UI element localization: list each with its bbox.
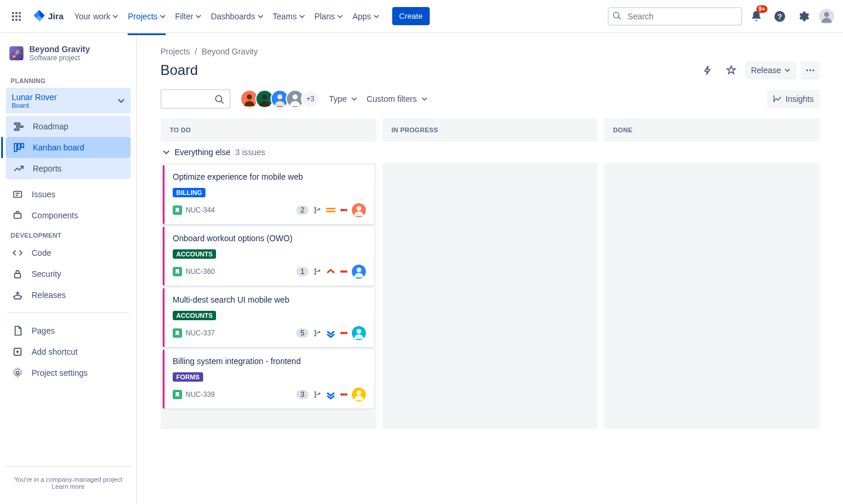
nav-teams[interactable]: Teams xyxy=(269,7,309,26)
chevron-down-icon xyxy=(351,96,357,102)
sidebar-item-issues[interactable]: Issues xyxy=(5,184,132,205)
card-key: NUC-360 xyxy=(173,267,215,276)
assignee-avatar xyxy=(352,265,366,279)
create-button[interactable]: Create xyxy=(392,7,430,25)
svg-point-33 xyxy=(215,95,222,102)
priority-icon xyxy=(326,328,335,338)
star-button[interactable] xyxy=(722,61,741,80)
project-avatar-icon: 🚀 xyxy=(9,46,23,60)
search-input[interactable] xyxy=(608,7,742,26)
story-points: 2 xyxy=(296,205,309,215)
custom-filters[interactable]: Custom filters xyxy=(366,94,427,104)
issue-card[interactable]: Multi-dest search UI mobile web ACCOUNTS… xyxy=(163,288,374,347)
column-todo[interactable]: Optimize experience for mobile web BILLI… xyxy=(160,163,376,429)
help-icon: ? xyxy=(773,10,786,23)
sidebar-item-shortcut[interactable]: Add shortcut xyxy=(5,341,132,362)
settings-button[interactable] xyxy=(794,7,813,26)
card-footer: NUC-360 1 ••• xyxy=(173,265,366,279)
page-title: Board xyxy=(160,62,198,78)
profile-button[interactable] xyxy=(817,7,836,26)
svg-rect-8 xyxy=(19,19,20,20)
insights-button[interactable]: Insights xyxy=(767,90,820,108)
main-content: Projects / Beyond Gravity Board Release xyxy=(137,33,843,504)
issue-card[interactable]: Optimize experience for mobile web BILLI… xyxy=(163,165,374,224)
learn-more-link[interactable]: Learn more xyxy=(52,483,84,490)
sidebar-item-pages[interactable]: Pages xyxy=(5,320,132,341)
nav-filter[interactable]: Filter xyxy=(172,7,205,26)
board-selector[interactable]: Lunar Rover Board xyxy=(6,88,131,114)
jira-logo[interactable]: Jira xyxy=(28,10,68,23)
star-icon xyxy=(726,65,736,76)
svg-point-49 xyxy=(314,330,316,331)
nav-apps[interactable]: Apps xyxy=(349,7,383,26)
more-actions-button[interactable] xyxy=(801,61,820,80)
project-header[interactable]: 🚀 Beyond Gravity Software project xyxy=(5,44,132,71)
sidebar: 🚀 Beyond Gravity Software project PLANNI… xyxy=(0,33,137,504)
svg-point-44 xyxy=(357,206,361,211)
issue-card[interactable]: Billing system integration - frontend FO… xyxy=(163,349,374,409)
board-icon xyxy=(13,142,25,153)
search-icon xyxy=(612,11,622,20)
svg-line-34 xyxy=(221,101,224,104)
assignee-avatar xyxy=(352,388,366,402)
code-icon xyxy=(12,247,23,259)
sidebar-item-project-settings[interactable]: Project settings xyxy=(5,362,132,383)
notifications-button[interactable]: 9+ xyxy=(747,7,766,26)
nav-your-work[interactable]: Your work xyxy=(71,7,122,26)
breadcrumb-project[interactable]: Beyond Gravity xyxy=(201,47,258,56)
svg-rect-7 xyxy=(15,19,17,20)
swimlane-count: 3 issues xyxy=(235,148,265,157)
svg-rect-17 xyxy=(15,129,19,131)
svg-point-36 xyxy=(262,94,268,100)
swimlane-header[interactable]: Everything else 3 issues xyxy=(160,142,820,163)
more-avatars[interactable]: +3 xyxy=(301,90,320,108)
svg-point-54 xyxy=(314,396,316,397)
issues-icon xyxy=(12,188,23,200)
priority-icon xyxy=(326,267,335,276)
column-done[interactable] xyxy=(604,163,820,429)
svg-rect-1 xyxy=(15,12,17,13)
nav-plans[interactable]: Plans xyxy=(311,7,347,26)
svg-rect-20 xyxy=(21,143,23,148)
breadcrumb-projects[interactable]: Projects xyxy=(160,47,190,56)
nav-projects[interactable]: Projects xyxy=(124,7,169,26)
help-button[interactable]: ? xyxy=(770,7,789,26)
story-points: 3 xyxy=(296,390,309,399)
search-icon xyxy=(214,94,225,105)
issue-card[interactable]: Onboard workout options (OWO) ACCOUNTS N… xyxy=(163,227,374,286)
card-right: 2 ••• xyxy=(296,203,365,217)
story-icon xyxy=(173,267,182,276)
lock-icon xyxy=(12,268,23,280)
card-footer: NUC-337 5 ••• xyxy=(173,326,366,340)
sidebar-item-roadmap[interactable]: Roadmap xyxy=(6,116,131,137)
svg-rect-6 xyxy=(12,19,14,20)
app-switcher[interactable] xyxy=(7,7,26,26)
topnav-right: 9+ ? xyxy=(608,7,836,26)
board-search[interactable] xyxy=(160,89,231,109)
sidebar-item-security[interactable]: Security xyxy=(5,263,132,284)
footer-text: You're in a company-managed project xyxy=(9,476,127,483)
type-filter[interactable]: Type xyxy=(329,94,357,104)
priority-icon xyxy=(326,390,335,399)
release-button[interactable]: Release xyxy=(745,61,796,80)
column-inprogress[interactable] xyxy=(382,163,598,429)
divider xyxy=(7,313,129,313)
breadcrumb-separator: / xyxy=(195,47,197,56)
more-icon xyxy=(805,65,815,76)
sidebar-item-reports[interactable]: Reports xyxy=(6,158,131,179)
project-name: Beyond Gravity xyxy=(29,44,90,54)
board-body: Optimize experience for mobile web BILLI… xyxy=(160,163,820,429)
card-title: Multi-dest search UI mobile web xyxy=(173,295,366,304)
sidebar-item-components[interactable]: Components xyxy=(5,205,132,226)
nav-dashboards[interactable]: Dashboards xyxy=(207,7,267,26)
story-points: 5 xyxy=(296,328,309,338)
sidebar-item-kanban[interactable]: Kanban board xyxy=(6,137,131,158)
sidebar-item-releases[interactable]: Releases xyxy=(5,284,132,306)
board-selector-sub: Board xyxy=(12,102,57,109)
sidebar-item-code[interactable]: Code xyxy=(5,242,132,263)
automation-button[interactable] xyxy=(698,61,717,80)
svg-rect-16 xyxy=(16,126,23,128)
branch-icon xyxy=(313,206,321,214)
sidebar-label: Code xyxy=(32,248,51,258)
sidebar-footer: You're in a company-managed project Lear… xyxy=(5,466,132,504)
